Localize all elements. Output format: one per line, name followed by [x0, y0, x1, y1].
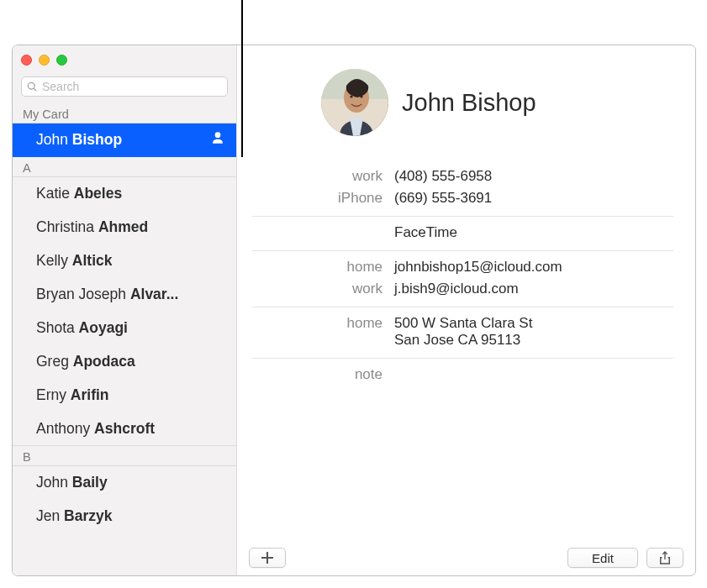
svg-point-4 — [350, 95, 352, 97]
field-label: home — [237, 315, 394, 349]
contact-last: Apodaca — [73, 353, 135, 370]
svg-point-5 — [360, 95, 362, 97]
field-value: FaceTime — [394, 224, 673, 241]
contact-first: Greg — [36, 353, 69, 370]
plus-icon — [261, 552, 273, 564]
callout-line — [241, 0, 243, 157]
list-item[interactable]: Greg Apodaca — [13, 345, 236, 379]
address-field[interactable]: home 500 W Santa Clara St San Jose CA 95… — [237, 312, 673, 351]
field-label: iPhone — [237, 190, 394, 207]
contact-first: Shota — [36, 319, 75, 336]
note-field[interactable]: note — [237, 364, 673, 386]
field-label: home — [237, 259, 394, 276]
my-card-icon — [209, 129, 226, 150]
list-item[interactable]: John Baily — [13, 466, 236, 500]
contact-first: Christina — [36, 218, 94, 235]
contact-first: Erny — [36, 386, 66, 403]
contact-last: Abeles — [74, 185, 122, 202]
list-item[interactable]: Christina Ahmed — [13, 211, 236, 244]
avatar[interactable] — [321, 69, 388, 136]
card-header: John Bishop — [237, 69, 673, 136]
share-button[interactable] — [646, 548, 683, 568]
contact-first: Katie — [36, 185, 70, 202]
contact-first: Anthony — [36, 420, 90, 437]
contact-first: John — [36, 131, 68, 148]
contact-first: Kelly — [36, 252, 68, 269]
field-value — [394, 366, 673, 383]
list-item[interactable]: Anthony Ashcroft — [13, 412, 236, 446]
window-titlebar — [13, 45, 236, 75]
list-item[interactable]: Erny Arifin — [13, 379, 236, 412]
field-label: work — [237, 281, 394, 297]
contact-last: Barzyk — [64, 507, 112, 524]
sidebar: My Card John Bishop A Katie Abeles Chris… — [13, 45, 237, 575]
search-icon — [27, 81, 38, 92]
separator — [252, 358, 673, 359]
facetime-field[interactable]: FaceTime — [237, 222, 673, 244]
contact-last: Altick — [72, 252, 113, 269]
list-item[interactable]: Kelly Altick — [13, 244, 236, 278]
address-line: San Jose CA 95113 — [394, 332, 673, 349]
contact-first: John — [36, 474, 68, 491]
contacts-list[interactable]: My Card John Bishop A Katie Abeles Chris… — [13, 103, 236, 575]
field-value: 500 W Santa Clara St San Jose CA 95113 — [394, 315, 673, 349]
phone-field[interactable]: iPhone (669) 555-3691 — [237, 187, 673, 209]
section-my-card: My Card — [13, 103, 236, 123]
separator — [252, 250, 673, 251]
field-value: (669) 555-3691 — [394, 190, 673, 207]
bottom-toolbar: Edit — [237, 540, 695, 575]
contact-last: Ahmed — [98, 218, 148, 235]
close-button[interactable] — [21, 55, 32, 66]
email-field[interactable]: work j.bish9@icloud.com — [237, 278, 673, 300]
contact-last: Arifin — [71, 386, 109, 403]
section-letter-b: B — [13, 446, 236, 466]
address-line: 500 W Santa Clara St — [394, 315, 673, 332]
list-item[interactable]: Katie Abeles — [13, 177, 236, 211]
contact-first: Jen — [36, 507, 60, 524]
contact-last: Aoyagi — [79, 319, 128, 336]
edit-button[interactable]: Edit — [567, 548, 638, 568]
phone-field[interactable]: work (408) 555-6958 — [237, 165, 673, 187]
search-wrap — [13, 75, 236, 103]
contact-last: Ashcroft — [94, 420, 155, 437]
zoom-button[interactable] — [56, 55, 67, 66]
section-letter-a: A — [13, 157, 236, 177]
contacts-window: My Card John Bishop A Katie Abeles Chris… — [12, 45, 696, 576]
list-item[interactable]: Jen Barzyk — [13, 500, 236, 533]
field-value: j.bish9@icloud.com — [394, 281, 673, 297]
field-value: (408) 555-6958 — [394, 168, 673, 185]
contact-name: John Bishop — [402, 89, 536, 117]
separator — [252, 216, 673, 217]
list-item[interactable]: Bryan Joseph Alvar... — [13, 278, 236, 312]
contact-last: Alvar... — [130, 286, 178, 302]
card-fields: work (408) 555-6958 iPhone (669) 555-369… — [237, 165, 673, 386]
contact-detail: John Bishop work (408) 555-6958 iPhone (… — [237, 45, 695, 575]
field-label: note — [237, 366, 394, 383]
field-label: work — [237, 168, 394, 185]
share-icon — [659, 551, 671, 564]
minimize-button[interactable] — [39, 55, 50, 66]
add-button[interactable] — [249, 548, 286, 568]
field-value: johnbishop15@icloud.com — [394, 259, 673, 276]
contact-last: Baily — [72, 474, 108, 491]
list-item-me[interactable]: John Bishop — [13, 123, 236, 157]
contact-last: Bishop — [72, 131, 122, 148]
search-input[interactable] — [42, 80, 222, 93]
list-item[interactable]: Shota Aoyagi — [13, 312, 236, 345]
contact-first: Bryan Joseph — [36, 286, 126, 302]
email-field[interactable]: home johnbishop15@icloud.com — [237, 256, 673, 278]
search-field[interactable] — [21, 76, 228, 97]
separator — [252, 307, 673, 307]
